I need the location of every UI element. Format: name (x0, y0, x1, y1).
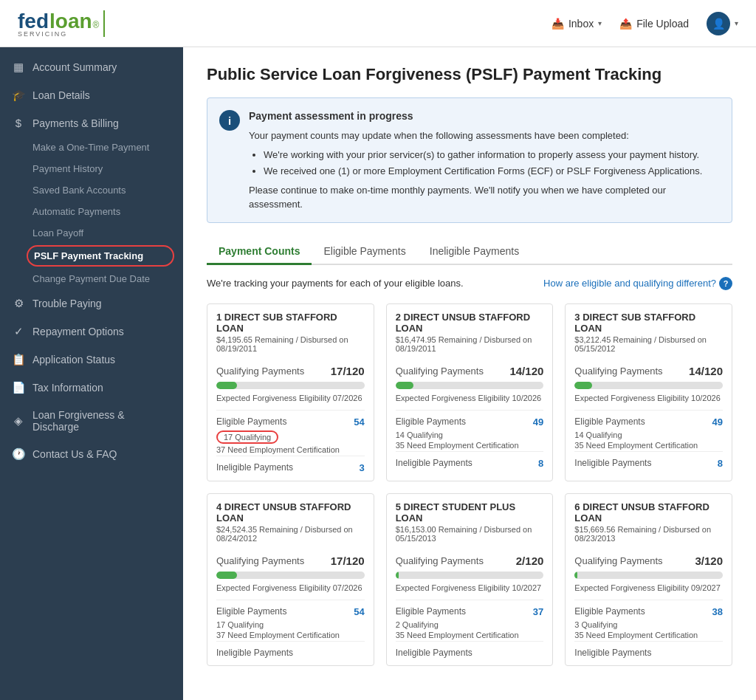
eligible-payments-row-2: Eligible Payments 49 (396, 416, 544, 428)
loan-details-1: $4,195.65 Remaining / Disbursed on 08/19… (216, 335, 365, 353)
qualifying-count-4: 17/120 (331, 555, 365, 567)
sidebar-item-repayment[interactable]: ✓ Repayment Options (0, 318, 183, 346)
eligible-payments-row-1: Eligible Payments 54 (216, 416, 365, 428)
forgiveness-date-6: Expected Forgiveness Eligibility 09/2027 (574, 583, 723, 592)
logo-registered: ® (93, 20, 100, 30)
loan-card-2: 2 DIRECT UNSUB STAFFORD LOAN $16,474.95 … (386, 303, 554, 481)
loans-grid: 1 DIRECT SUB STAFFORD LOAN $4,195.65 Rem… (207, 303, 732, 666)
sidebar-sub-payment-history[interactable]: Payment History (0, 158, 183, 179)
progress-fill-6 (574, 572, 577, 579)
help-link[interactable]: How are eligible and qualifying differen… (543, 277, 732, 290)
ineligible-count-1[interactable]: 3 (359, 462, 364, 473)
loan-name-1: 1 DIRECT SUB STAFFORD LOAN (216, 312, 365, 334)
ineligible-row-4: Ineligible Payments (216, 641, 365, 658)
tax-info-icon: 📄 (12, 381, 25, 394)
sidebar-item-trouble-paying[interactable]: ⚙ Trouble Paying (0, 289, 183, 318)
logo-loan: loan (49, 10, 92, 33)
sidebar-sub-make-payment[interactable]: Make a One-Time Payment (0, 137, 183, 158)
tracking-text: We're tracking your payments for each of… (207, 278, 464, 289)
repayment-icon: ✓ (12, 325, 25, 338)
ineligible-count-2[interactable]: 8 (538, 458, 543, 469)
need-cert-4: 37 Need Employment Certification (216, 631, 365, 639)
forgiveness-date-4: Expected Forgiveness Eligibility 07/2026 (216, 583, 365, 592)
loan-name-2: 2 DIRECT UNSUB STAFFORD LOAN (396, 312, 544, 334)
inbox-nav[interactable]: 📥 Inbox ▾ (551, 18, 602, 30)
tracking-intro: We're tracking your payments for each of… (207, 277, 732, 290)
ineligible-label-2: Ineligible Payments (396, 458, 472, 468)
eligible-label-1: Eligible Payments (216, 416, 286, 427)
ineligible-row-2: Ineligible Payments 8 (396, 451, 544, 469)
eligible-label-3: Eligible Payments (574, 416, 645, 427)
logo-fed: fed (18, 10, 49, 33)
sidebar-item-tax-info[interactable]: 📄 Tax Information (0, 374, 183, 402)
ineligible-count-3[interactable]: 8 (718, 458, 723, 469)
qualifying-row-4: Qualifying Payments 17/120 (216, 555, 365, 567)
sidebar-sub-pslf-tracking[interactable]: PSLF Payment Tracking (27, 245, 174, 267)
user-nav[interactable]: 👤 ▾ (707, 12, 738, 35)
tab-ineligible-payments[interactable]: Ineligible Payments (418, 239, 531, 265)
inbox-dropdown-arrow: ▾ (598, 19, 602, 27)
loan-card-header-5: 5 DIRECT STUDENT PLUS LOAN $16,153.00 Re… (387, 494, 553, 547)
qualifying-sub-text-2: 14 Qualifying (396, 430, 544, 439)
qualifying-sub-3: 14 Qualifying 35 Need Employment Certifi… (574, 430, 723, 450)
sidebar-item-label: Tax Information (32, 382, 103, 394)
loan-details-5: $16,153.00 Remaining / Disbursed on 05/1… (396, 525, 544, 543)
loan-card-6: 6 DIRECT UNSUB STAFFORD LOAN $15,669.56 … (565, 493, 732, 666)
tab-eligible-payments[interactable]: Eligible Payments (312, 239, 417, 265)
loan-card-body-6: Qualifying Payments 3/120 Expected Forgi… (566, 547, 732, 665)
eligible-count-1[interactable]: 54 (354, 416, 364, 428)
ineligible-label-1: Ineligible Payments (216, 462, 293, 473)
eligible-count-2[interactable]: 49 (533, 416, 543, 428)
eligible-count-6[interactable]: 38 (712, 606, 723, 617)
sidebar-item-loan-details[interactable]: 🎓 Loan Details (0, 81, 183, 109)
progress-bar-4 (216, 572, 365, 579)
eligible-count-4[interactable]: 54 (354, 606, 364, 617)
ineligible-row-3: Ineligible Payments 8 (574, 451, 723, 469)
sidebar-item-contact[interactable]: 🕐 Contact Us & FAQ (0, 440, 183, 468)
sidebar-item-label: Account Summary (32, 61, 117, 73)
ineligible-row-1: Ineligible Payments 3 (216, 456, 365, 473)
loan-card-3: 3 DIRECT SUB STAFFORD LOAN $3,212.45 Rem… (565, 303, 732, 481)
main-layout: ▦ Account Summary 🎓 Loan Details $ Payme… (0, 47, 756, 700)
qualifying-count-1: 17/120 (331, 365, 365, 377)
sidebar-sub-auto-payments[interactable]: Automatic Payments (0, 201, 183, 222)
sidebar-item-app-status[interactable]: 📋 Application Status (0, 346, 183, 374)
contact-icon: 🕐 (12, 447, 25, 461)
eligible-count-3[interactable]: 49 (712, 416, 723, 428)
sidebar-sub-change-due-date[interactable]: Change Payment Due Date (0, 268, 183, 289)
eligible-count-5[interactable]: 37 (533, 606, 543, 617)
qualifying-sub-text-5: 2 Qualifying (396, 620, 544, 629)
app-header: fed loan ® SERVICING 📥 Inbox ▾ 📤 File Up… (0, 0, 756, 47)
loan-card-4: 4 DIRECT UNSUB STAFFORD LOAN $24,524.35 … (207, 493, 374, 666)
tabs: Payment Counts Eligible Payments Ineligi… (207, 239, 732, 265)
ineligible-label-5: Ineligible Payments (396, 648, 472, 658)
qualifying-sub-text-6: 3 Qualifying (574, 620, 723, 629)
qualifying-label-6: Qualifying Payments (574, 555, 662, 566)
sidebar-sub-loan-payoff[interactable]: Loan Payoff (0, 222, 183, 244)
account-summary-icon: ▦ (12, 61, 25, 74)
forgiveness-date-3: Expected Forgiveness Eligibility 10/2026 (574, 394, 723, 402)
sidebar-item-payments-billing[interactable]: $ Payments & Billing (0, 109, 183, 137)
qualifying-sub-2: 14 Qualifying 35 Need Employment Certifi… (396, 430, 544, 450)
trouble-paying-icon: ⚙ (12, 297, 25, 310)
loan-card-header-3: 3 DIRECT SUB STAFFORD LOAN $3,212.45 Rem… (566, 304, 732, 357)
eligible-label-2: Eligible Payments (396, 416, 466, 427)
loan-card-body-2: Qualifying Payments 14/120 Expected Forg… (387, 357, 553, 476)
qualifying-circled-1: 17 Qualifying (216, 430, 278, 444)
loan-card-header-4: 4 DIRECT UNSUB STAFFORD LOAN $24,524.35 … (207, 494, 374, 547)
file-upload-nav[interactable]: 📤 File Upload (619, 18, 689, 30)
qualifying-row-5: Qualifying Payments 2/120 (396, 555, 544, 567)
qualifying-count-6: 3/120 (695, 555, 723, 567)
page-title: Public Service Loan Forgiveness (PSLF) P… (207, 65, 732, 84)
sidebar-sub-saved-bank[interactable]: Saved Bank Accounts (0, 179, 183, 201)
ineligible-row-6: Ineligible Payments (574, 641, 723, 658)
sidebar-item-account-summary[interactable]: ▦ Account Summary (0, 53, 183, 81)
eligible-payments-row-3: Eligible Payments 49 (574, 416, 723, 428)
help-circle-icon: ? (719, 277, 732, 290)
tab-payment-counts[interactable]: Payment Counts (207, 239, 312, 265)
sidebar-item-label: Contact Us & FAQ (32, 448, 117, 460)
qualifying-sub-1: 17 Qualifying 37 Need Employment Certifi… (216, 430, 365, 454)
sidebar-item-forgiveness[interactable]: ◈ Loan Forgiveness & Discharge (0, 402, 183, 440)
loan-name-3: 3 DIRECT SUB STAFFORD LOAN (574, 312, 723, 334)
qualifying-sub-6: 3 Qualifying 35 Need Employment Certific… (574, 620, 723, 639)
